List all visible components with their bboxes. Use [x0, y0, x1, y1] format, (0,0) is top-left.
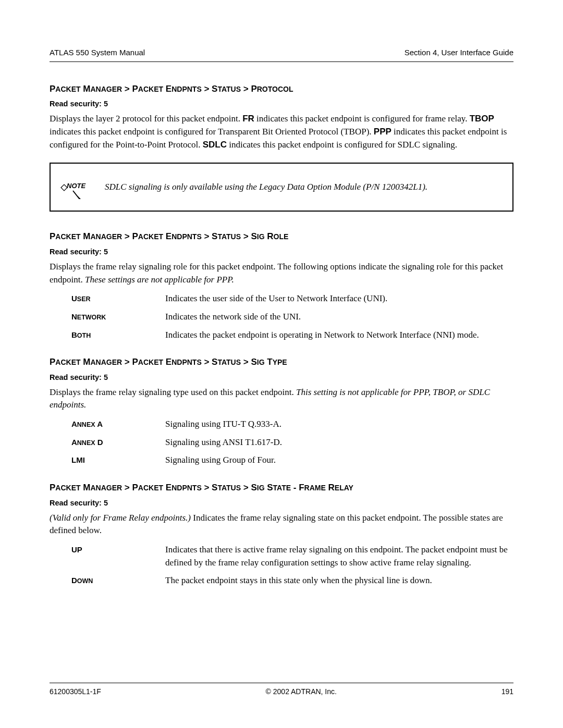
section-heading-protocol: PACKET MANAGER > PACKET ENDPNTS > STATUS… — [50, 83, 513, 96]
read-security-label: Read security: 5 — [50, 98, 513, 109]
section-paragraph: Displays the frame relay signaling role … — [50, 261, 513, 286]
heading-part: > P — [122, 231, 138, 241]
text: Displays the frame relay signaling type … — [50, 387, 296, 397]
definition-description: Signaling using Group of Four. — [165, 454, 513, 467]
definition-row: ANNEX ASignaling using ITU-T Q.933-A. — [50, 418, 513, 431]
definition-row: ANNEX DSignaling using ANSI T1.617-D. — [50, 436, 513, 449]
read-security-label: Read security: 5 — [50, 372, 513, 383]
bold-text: FR — [242, 114, 254, 124]
text: indicates this packet endpoint is config… — [227, 140, 457, 150]
page-header: ATLAS 550 System Manual Section 4, User … — [50, 47, 513, 62]
header-left: ATLAS 550 System Manual — [50, 47, 145, 58]
heading-part: ACKET — [138, 484, 163, 492]
heading-part: NDPNTS — [172, 85, 202, 93]
section-heading-sig-type: PACKET MANAGER > PACKET ENDPNTS > STATUS… — [50, 356, 513, 369]
definition-row: DOWNThe packet endpoint stays in this st… — [50, 574, 513, 587]
page-footer: 61200305L1-1F © 2002 ADTRAN, Inc. 191 — [50, 683, 513, 697]
heading-part: ACKET — [55, 358, 80, 366]
heading-part: NDPNTS — [172, 232, 202, 241]
definition-term: BOTH — [71, 329, 165, 342]
definition-term: ANNEX A — [71, 418, 165, 431]
note-icon: NOTE — [60, 175, 86, 199]
definition-row: LMISignaling using Group of Four. — [50, 454, 513, 467]
definition-description: Signaling using ITU-T Q.933-A. — [165, 418, 513, 431]
note-callout: NOTE SDLC signaling is only available us… — [50, 163, 513, 212]
footer-right: 191 — [501, 686, 513, 697]
definition-description: The packet endpoint stays in this state … — [165, 574, 513, 587]
heading-part: P — [50, 483, 55, 492]
heading-part: > P — [122, 357, 138, 367]
heading-part: M — [81, 357, 91, 367]
heading-part: M — [81, 231, 91, 241]
heading-part: M — [81, 84, 91, 94]
italic-text: (Valid only for Frame Relay endpoints.) — [50, 513, 191, 523]
heading-part: E — [163, 84, 172, 94]
definition-description: Indicates the network side of the UNI. — [165, 311, 513, 324]
read-security-label: Read security: 5 — [50, 498, 513, 509]
heading-part: E — [163, 483, 172, 492]
definition-row: UPIndicates that there is active frame r… — [50, 544, 513, 569]
definition-term: UP — [71, 544, 165, 569]
heading-part: IG — [257, 232, 265, 241]
heading-part: TATUS — [217, 484, 241, 492]
heading-part: NDPNTS — [172, 484, 202, 492]
heading-part: M — [81, 483, 91, 492]
definition-row: USERIndicates the user side of the User … — [50, 292, 513, 305]
footer-left: 61200305L1-1F — [50, 686, 101, 697]
heading-part: TATUS — [217, 232, 241, 241]
definition-description: Signaling using ANSI T1.617-D. — [165, 436, 513, 449]
heading-part: P — [50, 231, 55, 241]
heading-part: T — [265, 357, 273, 367]
definition-row: BOTHIndicates the packet endpoint is ope… — [50, 329, 513, 342]
text: Displays the layer 2 protocol for this p… — [50, 114, 242, 124]
bold-text: PPP — [374, 127, 391, 137]
heading-part: TATE — [273, 484, 291, 492]
read-security-label: Read security: 5 — [50, 246, 513, 257]
heading-part: ACKET — [55, 232, 80, 241]
section-paragraph: (Valid only for Frame Relay endpoints.) … — [50, 512, 513, 537]
section-sig-state: PACKET MANAGER > PACKET ENDPNTS > STATUS… — [50, 482, 513, 587]
heading-part: S — [265, 483, 273, 492]
heading-part: > S — [241, 231, 257, 241]
heading-part: > S — [241, 483, 257, 492]
section-paragraph: Displays the layer 2 protocol for this p… — [50, 113, 513, 151]
definition-description: Indicates the user side of the User to N… — [165, 292, 513, 305]
heading-part: OLE — [274, 232, 289, 241]
definition-term: ANNEX D — [71, 436, 165, 449]
heading-part: ACKET — [55, 85, 80, 93]
bold-text: SDLC — [203, 140, 227, 150]
heading-part: P — [50, 84, 55, 94]
section-sig-role: PACKET MANAGER > PACKET ENDPNTS > STATUS… — [50, 230, 513, 341]
definition-list: UPIndicates that there is active frame r… — [50, 544, 513, 587]
definition-description: Indicates that there is active frame rel… — [165, 544, 513, 569]
heading-part: YPE — [273, 358, 287, 366]
heading-part: P — [50, 357, 55, 367]
section-sig-type: PACKET MANAGER > PACKET ENDPNTS > STATUS… — [50, 356, 513, 467]
heading-part: ACKET — [138, 232, 163, 241]
heading-part: ACKET — [138, 358, 163, 366]
heading-part: > P — [122, 483, 138, 492]
heading-part: - F — [291, 483, 304, 492]
heading-part: NDPNTS — [172, 358, 202, 366]
heading-part: ROTOCOL — [257, 85, 293, 93]
definition-term: USER — [71, 292, 165, 305]
heading-part: RAME — [304, 484, 326, 492]
note-label: NOTE — [67, 182, 85, 190]
heading-part: E — [163, 357, 172, 367]
heading-part: E — [163, 231, 172, 241]
bold-text: TBOP — [470, 114, 494, 124]
heading-part: > S — [202, 483, 218, 492]
definition-description: Indicates the packet endpoint is operati… — [165, 329, 513, 342]
section-protocol: PACKET MANAGER > PACKET ENDPNTS > STATUS… — [50, 83, 513, 212]
definition-list: USERIndicates the user side of the User … — [50, 292, 513, 341]
heading-part: > S — [202, 357, 218, 367]
heading-part: ACKET — [138, 85, 163, 93]
definition-row: NETWORKIndicates the network side of the… — [50, 311, 513, 324]
definition-term: NETWORK — [71, 311, 165, 324]
heading-part: IG — [257, 484, 265, 492]
heading-part: > P — [241, 84, 257, 94]
italic-text: These settings are not applicable for PP… — [85, 275, 234, 285]
heading-part: R — [326, 483, 335, 492]
svg-line-1 — [73, 191, 79, 198]
heading-part: > P — [122, 84, 138, 94]
